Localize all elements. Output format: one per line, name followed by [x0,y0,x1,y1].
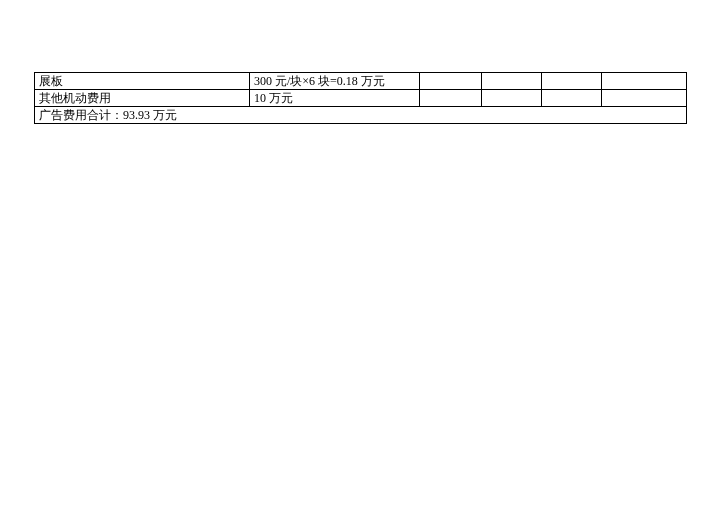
cell [482,90,542,107]
cell-calc: 10 万元 [250,90,420,107]
table-row-total: 广告费用合计：93.93 万元 [35,107,687,124]
cell [602,90,687,107]
cell [602,73,687,90]
cell [542,73,602,90]
cell [542,90,602,107]
cell-item: 其他机动费用 [35,90,250,107]
table-row: 其他机动费用 10 万元 [35,90,687,107]
cell [420,90,482,107]
budget-table: 展板 300 元/块×6 块=0.18 万元 其他机动费用 10 万元 广告费用… [34,72,687,124]
cell-item: 展板 [35,73,250,90]
cell-calc: 300 元/块×6 块=0.18 万元 [250,73,420,90]
budget-table-wrap: 展板 300 元/块×6 块=0.18 万元 其他机动费用 10 万元 广告费用… [34,72,686,124]
cell [420,73,482,90]
cell [482,73,542,90]
cell-total: 广告费用合计：93.93 万元 [35,107,687,124]
table-row: 展板 300 元/块×6 块=0.18 万元 [35,73,687,90]
